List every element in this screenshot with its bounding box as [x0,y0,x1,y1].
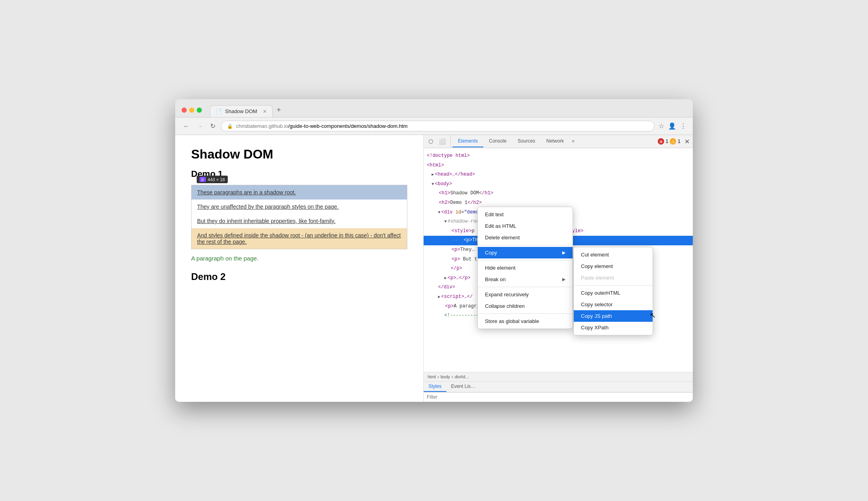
maximize-button[interactable] [197,108,202,113]
filter-input[interactable] [427,394,690,400]
profile-button[interactable]: 👤 [668,122,676,130]
filter-bar [424,392,693,402]
sub-copy-outerhtml[interactable]: Copy outerHTML [574,287,653,299]
dom-html[interactable]: <html> [424,161,693,170]
back-button[interactable]: ← [182,122,191,131]
shadow-root-box: These paragraphs are in a shadow root. T… [191,185,407,249]
green-para: A paragraph on the page. [191,255,407,262]
shadow-para-2: They are unaffected by the paragraph sty… [192,200,407,214]
address-bar-actions: ☆ 👤 ⋮ [659,122,686,130]
tab-elements[interactable]: Elements [452,135,483,147]
tab-styles[interactable]: Styles [424,382,446,392]
sub-divider-1 [574,285,653,286]
devtools-close-button[interactable]: ✕ [684,138,690,145]
forward-button[interactable]: → [195,122,205,131]
shadow-para-3: But they do inherit inheritable properti… [192,214,407,228]
break-on-submenu-arrow: ▶ [562,277,565,282]
copy-submenu-arrow: ▶ [562,250,565,255]
devtools-actions: ⬡ ⬜ [427,135,451,148]
error-badge: ⊗ [658,138,664,145]
tab-page-icon: 📄 [216,109,222,114]
breadcrumb-body[interactable]: body [440,374,450,379]
url-text: chrisbateman.github.io/guide-to-web-comp… [236,123,408,129]
ctx-expand-recursively[interactable]: Expand recursively [478,289,573,300]
browser-window: 📄 Shadow DOM ✕ + ← → ↻ 🔒 chrisbateman.gi… [175,99,693,402]
size-dimensions: 443 × 18 [208,177,225,182]
context-menu: Edit text Edit as HTML Delete element Co… [477,207,573,329]
sub-copy-selector[interactable]: Copy selector [574,299,653,310]
tab-sources[interactable]: Sources [512,135,541,147]
browser-tab[interactable]: 📄 Shadow DOM ✕ [210,105,273,117]
sub-paste-element[interactable]: Paste element [574,272,653,284]
lock-icon: 🔒 [227,123,233,129]
reload-button[interactable]: ↻ [209,121,217,131]
error-count: 1 [666,139,669,144]
tab-close-button[interactable]: ✕ [263,109,267,114]
devtools-error-indicators: ⊗ 1 ⚠ 1 [658,138,680,145]
main-content: Shadow DOM Demo 1 p 443 × 18 These parag… [175,135,693,402]
shadow-para-4: And styles defined inside the shadow roo… [192,228,407,249]
shadow-para-1: These paragraphs are in a shadow root. [192,185,407,200]
new-tab-button[interactable]: + [273,103,285,117]
dom-breadcrumb: html › body › div#d… [424,372,693,381]
breadcrumb-html[interactable]: html [428,374,436,379]
ctx-divider-4 [478,313,573,314]
ctx-hide-element[interactable]: Hide element [478,262,573,274]
ctx-break-on[interactable]: Break on ▶ [478,274,573,285]
ctx-edit-html[interactable]: Edit as HTML [478,220,573,232]
sub-copy-xpath[interactable]: Copy XPath [574,322,653,333]
inspect-element-button[interactable]: ⬡ [427,137,435,145]
tab-console[interactable]: Console [483,135,512,147]
breadcrumb-div[interactable]: div#d… [455,374,469,379]
copy-submenu: Cut element Copy element Paste element C… [573,247,653,335]
sub-cut-element[interactable]: Cut element [574,249,653,260]
title-bar: 📄 Shadow DOM ✕ + [175,99,693,117]
element-tag-badge: p [199,177,206,182]
dom-body[interactable]: <body> [424,180,693,189]
warn-count: 1 [678,139,680,144]
page-title: Shadow DOM [191,147,407,162]
devtools-bottom-tabs: Styles Event Lis… [424,381,693,392]
demo2-title: Demo 2 [191,271,407,282]
ctx-copy[interactable]: Copy ▶ [478,247,573,258]
ctx-collapse-children[interactable]: Collapse children [478,300,573,312]
responsive-button[interactable]: ⬜ [437,137,447,145]
close-button[interactable] [182,108,187,113]
size-tooltip: p 443 × 18 [197,176,228,183]
minimize-button[interactable] [189,108,194,113]
url-bar[interactable]: 🔒 chrisbateman.github.io/guide-to-web-co… [221,121,655,131]
menu-button[interactable]: ⋮ [680,122,686,130]
dom-doctype[interactable]: <!doctype html> [424,151,693,161]
ctx-edit-text[interactable]: Edit text [478,209,573,220]
sub-copy-js-path[interactable]: Copy JS path [574,310,653,322]
address-bar: ← → ↻ 🔒 chrisbateman.github.io/guide-to-… [175,117,693,135]
tab-event-listeners[interactable]: Event Lis… [446,382,480,392]
ctx-divider-2 [478,260,573,260]
tab-title: Shadow DOM [225,108,257,114]
devtools-tabs: ⬡ ⬜ Elements Console Sources Network » ⊗… [424,135,693,148]
page-content: Shadow DOM Demo 1 p 443 × 18 These parag… [175,135,424,402]
bookmark-button[interactable]: ☆ [659,122,664,130]
dom-h1[interactable]: <h1>Shadow DOM</h1> [424,189,693,198]
ctx-store-global[interactable]: Store as global variable [478,315,573,327]
tab-network[interactable]: Network [541,135,569,147]
sub-copy-element[interactable]: Copy element [574,260,653,272]
ctx-divider-3 [478,287,573,287]
traffic-lights [182,108,202,113]
dom-head[interactable]: <head>…</head> [424,170,693,180]
devtools-panel: ⬡ ⬜ Elements Console Sources Network » ⊗… [424,135,693,402]
warning-badge: ⚠ [670,138,676,145]
ctx-delete-element[interactable]: Delete element [478,232,573,243]
tab-bar: 📄 Shadow DOM ✕ + [210,103,686,117]
ctx-divider-1 [478,245,573,245]
more-tabs-button[interactable]: » [569,136,577,147]
